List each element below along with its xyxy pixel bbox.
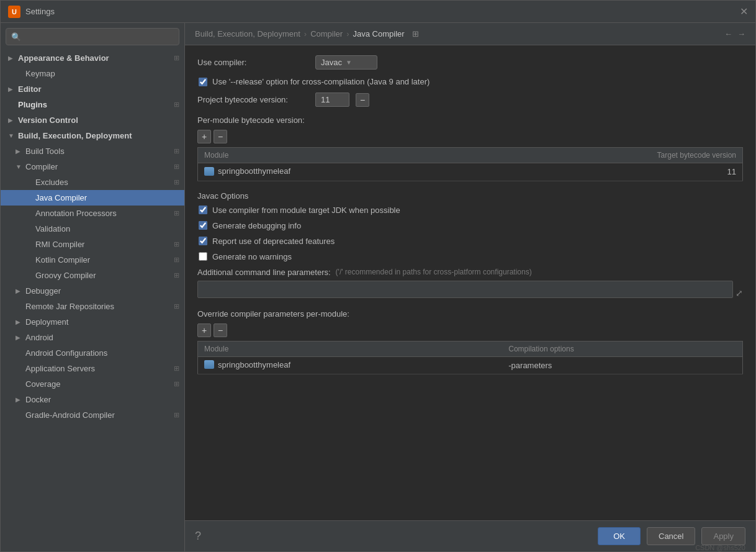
sidebar-item-gradle-android[interactable]: Gradle-Android Compiler ⊞ (1, 407, 184, 423)
sidebar-item-annotation-processors[interactable]: Annotation Processors ⊞ (1, 206, 184, 221)
sidebar-item-validation[interactable]: Validation (1, 221, 184, 237)
expand-arrow: ▶ (16, 319, 23, 325)
sidebar-item-deployment[interactable]: ▶ Deployment (1, 314, 184, 330)
javac-opt3-label: Report use of deprecated features (212, 237, 335, 246)
override-module-cell: springbootthymeleaf (198, 356, 503, 374)
sidebar-item-label: Editor (18, 84, 42, 94)
sidebar-item-label: Gradle-Android Compiler (25, 410, 115, 420)
sidebar-item-java-compiler[interactable]: Java Compiler (1, 190, 184, 206)
breadcrumb: Build, Execution, Deployment › Compiler … (195, 29, 419, 38)
sidebar-item-label: Docker (25, 395, 51, 404)
sidebar-item-kotlin-compiler[interactable]: Kotlin Compiler ⊞ (1, 252, 184, 268)
sidebar-item-label: Android Configurations (25, 348, 107, 358)
per-module-section: Per-module bytecode version: + − Module … (197, 115, 743, 181)
override-title: Override compiler parameters per-module: (197, 309, 743, 319)
javac-opt2-label: Generate debugging info (212, 221, 301, 230)
settings-icon: ⊞ (174, 101, 179, 109)
javac-opt4-label: Generate no warnings (212, 252, 292, 261)
table-row[interactable]: springbootthymeleaf 11 (198, 163, 743, 181)
sidebar-item-compiler[interactable]: ▼ Compiler ⊞ (1, 159, 184, 174)
sidebar-item-build-exec[interactable]: ▼ Build, Execution, Deployment (1, 128, 184, 143)
sidebar-item-debugger[interactable]: ▶ Debugger (1, 283, 184, 299)
nav-forward-button[interactable]: → (737, 29, 745, 38)
search-box[interactable]: 🔍 (6, 28, 179, 45)
sidebar-item-app-servers[interactable]: Application Servers ⊞ (1, 361, 184, 376)
javac-options-title: Javac Options (197, 191, 743, 201)
override-add-button[interactable]: + (197, 324, 211, 337)
titlebar: U Settings ✕ (1, 1, 755, 23)
col-module: Module (198, 148, 481, 163)
per-module-title: Per-module bytecode version: (197, 115, 743, 125)
bytecode-input[interactable] (315, 93, 349, 107)
sidebar-item-rmi-compiler[interactable]: RMI Compiler ⊞ (1, 237, 184, 252)
settings-icon: ⊞ (174, 209, 179, 217)
javac-option-1: Use compiler from module target JDK when… (197, 206, 743, 215)
cancel-button[interactable]: Cancel (647, 527, 695, 545)
sidebar-item-plugins[interactable]: Plugins ⊞ (1, 97, 184, 112)
sidebar-item-remote-jar[interactable]: Remote Jar Repositories ⊞ (1, 299, 184, 314)
settings-icon: ⊞ (174, 302, 179, 310)
settings-icon: ⊞ (174, 163, 179, 171)
override-table-row[interactable]: springbootthymeleaf -parameters (198, 356, 743, 374)
sidebar-item-label: Remote Jar Repositories (25, 302, 114, 311)
javac-opt1-checkbox[interactable] (199, 206, 207, 214)
settings-icon: ⊞ (174, 256, 179, 264)
sidebar-item-label: Build, Execution, Deployment (18, 131, 132, 140)
expand-arrow: ▶ (16, 287, 23, 294)
javac-opt4-checkbox[interactable] (199, 252, 207, 261)
sidebar-item-label: Keymap (25, 69, 55, 78)
sidebar-item-label: Application Servers (25, 364, 95, 373)
per-module-add-button[interactable]: + (197, 130, 211, 143)
expand-icon[interactable]: ⤢ (736, 288, 743, 298)
per-module-remove-button[interactable]: − (214, 130, 227, 143)
nav-arrows: ← → (724, 29, 745, 38)
additional-params-row: Additional command line parameters: ('/'… (197, 268, 743, 305)
module-cell: springbootthymeleaf (198, 163, 481, 181)
apply-button[interactable]: Apply (701, 527, 745, 545)
main-panel-wrapper: Build, Execution, Deployment › Compiler … (185, 23, 755, 551)
override-table: Module Compilation options springbootthy… (197, 341, 743, 375)
settings-icon: ⊞ (174, 178, 179, 186)
sidebar-item-groovy-compiler[interactable]: Groovy Compiler ⊞ (1, 268, 184, 283)
expand-arrow: ▶ (16, 334, 23, 341)
sidebar-item-build-tools[interactable]: ▶ Build Tools ⊞ (1, 143, 184, 159)
module-name: springbootthymeleaf (218, 166, 290, 176)
sidebar-item-appearance[interactable]: ▶ Appearance & Behavior ⊞ (1, 50, 184, 66)
javac-opt2-checkbox[interactable] (199, 221, 207, 230)
release-option-checkbox[interactable] (199, 78, 207, 86)
sidebar-item-docker[interactable]: ▶ Docker (1, 392, 184, 407)
breadcrumb-part3: Java Compiler (353, 29, 405, 38)
expand-arrow: ▶ (8, 86, 16, 93)
settings-icon: ⊞ (174, 240, 179, 248)
bottom-bar: ? OK Cancel Apply CSDN @shs520 (185, 520, 755, 551)
expand-arrow: ▼ (16, 163, 23, 170)
compiler-dropdown[interactable]: Javac ▼ (315, 55, 377, 70)
sidebar-item-android-configs[interactable]: Android Configurations (1, 345, 184, 361)
bytecode-minus-button[interactable]: − (356, 93, 369, 107)
sidebar-item-android[interactable]: ▶ Android (1, 330, 184, 345)
help-button[interactable]: ? (195, 530, 201, 543)
sidebar-item-version-control[interactable]: ▶ Version Control (1, 112, 184, 128)
sidebar-item-coverage[interactable]: Coverage ⊞ (1, 376, 184, 392)
additional-params-input[interactable] (197, 281, 733, 298)
sidebar-item-label: Version Control (18, 115, 78, 125)
nav-back-button[interactable]: ← (724, 29, 732, 38)
sidebar-item-excludes[interactable]: Excludes ⊞ (1, 174, 184, 190)
app-icon: U (8, 6, 20, 18)
compiler-value: Javac (321, 58, 342, 67)
per-module-toolbar: + − (197, 130, 743, 143)
override-remove-button[interactable]: − (214, 324, 227, 337)
sidebar-item-label: Debugger (25, 286, 61, 296)
search-input[interactable] (25, 32, 174, 41)
ok-button[interactable]: OK (598, 527, 641, 545)
use-compiler-row: Use compiler: Javac ▼ (197, 55, 743, 70)
target-version-cell: 11 (480, 163, 742, 181)
sidebar-item-keymap[interactable]: Keymap (1, 66, 184, 81)
release-option-row: Use '--release' option for cross-compila… (197, 77, 743, 86)
sidebar-item-editor[interactable]: ▶ Editor (1, 81, 184, 97)
javac-opt3-checkbox[interactable] (199, 237, 207, 245)
sidebar-item-label: Android (25, 333, 53, 342)
close-button[interactable]: ✕ (740, 6, 748, 17)
bytecode-label: Project bytecode version: (197, 95, 309, 104)
javac-option-3: Report use of deprecated features (197, 237, 743, 246)
